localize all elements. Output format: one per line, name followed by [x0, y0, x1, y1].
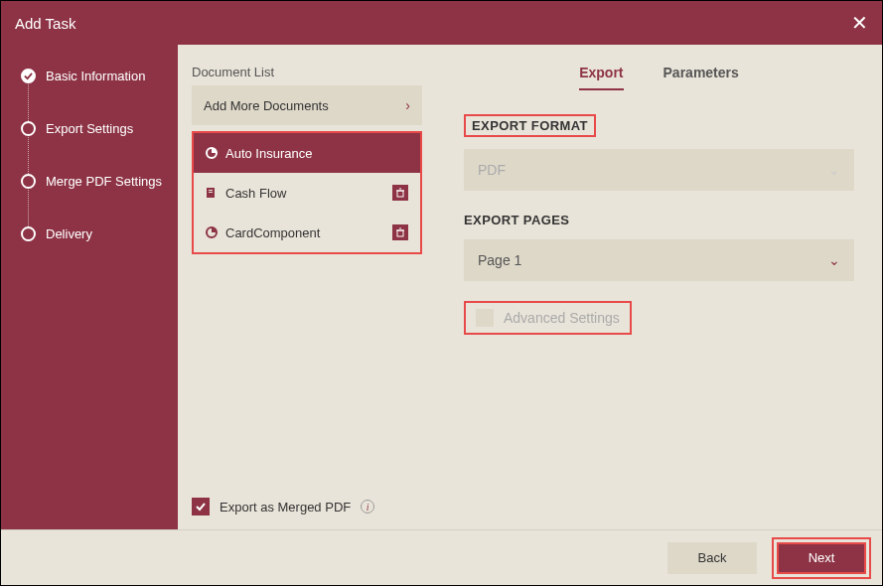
export-format-label: EXPORT FORMAT — [464, 114, 596, 137]
wizard-sidebar: Basic Information Export Settings Merge … — [1, 45, 178, 529]
step-label: Basic Information — [46, 69, 145, 83]
report-icon — [206, 226, 218, 238]
delete-icon[interactable] — [392, 224, 408, 240]
settings-tabs: Export Parameters — [464, 65, 854, 90]
svg-rect-2 — [209, 190, 213, 191]
document-item-label: Auto Insurance — [225, 146, 312, 161]
document-list-label: Document List — [192, 65, 422, 79]
document-item-card-component[interactable]: CardComponent — [194, 213, 420, 252]
tab-export[interactable]: Export — [579, 65, 623, 90]
step-dot-icon — [21, 121, 36, 136]
step-export-settings[interactable]: Export Settings — [21, 121, 178, 174]
export-pages-select[interactable]: Page 1 ⌄ — [464, 239, 854, 281]
document-item-label: CardComponent — [225, 225, 320, 240]
export-pages-value: Page 1 — [478, 252, 521, 268]
merge-checkbox[interactable] — [192, 498, 210, 515]
info-icon[interactable]: i — [361, 500, 374, 514]
document-item-cash-flow[interactable]: Cash Flow — [194, 173, 420, 213]
svg-rect-4 — [397, 191, 403, 197]
step-label: Export Settings — [46, 121, 133, 136]
chevron-down-icon: ⌄ — [828, 162, 840, 178]
svg-rect-3 — [209, 192, 213, 193]
export-format-select: PDF ⌄ — [464, 149, 854, 191]
delete-icon[interactable] — [392, 185, 408, 201]
next-button[interactable]: Next — [777, 542, 866, 574]
add-more-label: Add More Documents — [204, 98, 329, 113]
export-format-value: PDF — [478, 162, 506, 178]
add-more-documents-button[interactable]: Add More Documents › — [192, 85, 422, 125]
check-icon — [21, 69, 36, 83]
svg-rect-8 — [397, 230, 403, 236]
step-dot-icon — [21, 174, 36, 189]
document-items-group: Auto Insurance Cash Flow — [192, 131, 422, 254]
advanced-settings-row: Advanced Settings — [464, 301, 632, 335]
settings-panel: Export Parameters EXPORT FORMAT PDF ⌄ EX… — [436, 45, 882, 529]
report-icon — [206, 187, 218, 199]
close-icon[interactable]: ✕ — [851, 11, 868, 35]
step-label: Delivery — [46, 226, 92, 241]
step-basic-information[interactable]: Basic Information — [21, 69, 178, 121]
step-dot-icon — [21, 226, 36, 241]
export-pages-label: EXPORT PAGES — [464, 213, 569, 227]
merge-footer: Export as Merged PDF i — [192, 498, 422, 515]
title-bar: Add Task ✕ — [1, 1, 882, 45]
chevron-right-icon: › — [405, 97, 410, 113]
report-icon — [206, 147, 218, 159]
advanced-checkbox[interactable] — [476, 309, 494, 327]
step-delivery[interactable]: Delivery — [21, 226, 178, 241]
window-title: Add Task — [15, 15, 75, 32]
document-item-label: Cash Flow — [225, 186, 286, 201]
back-button[interactable]: Back — [667, 542, 757, 574]
merge-label: Export as Merged PDF — [220, 500, 351, 514]
document-list-panel: Document List Add More Documents › Auto … — [178, 45, 436, 529]
step-merge-pdf-settings[interactable]: Merge PDF Settings — [21, 174, 178, 226]
wizard-footer: Back Next — [1, 529, 882, 585]
tab-parameters[interactable]: Parameters — [664, 65, 739, 90]
document-item-auto-insurance[interactable]: Auto Insurance — [194, 133, 420, 173]
step-label: Merge PDF Settings — [46, 174, 162, 189]
advanced-label: Advanced Settings — [504, 310, 620, 326]
chevron-down-icon: ⌄ — [828, 252, 840, 268]
